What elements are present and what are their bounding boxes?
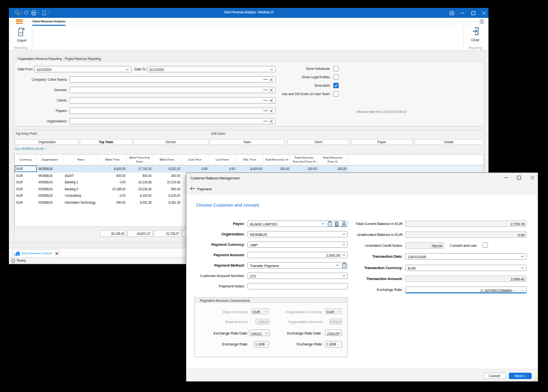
svg-text:xls: xls xyxy=(19,31,22,34)
